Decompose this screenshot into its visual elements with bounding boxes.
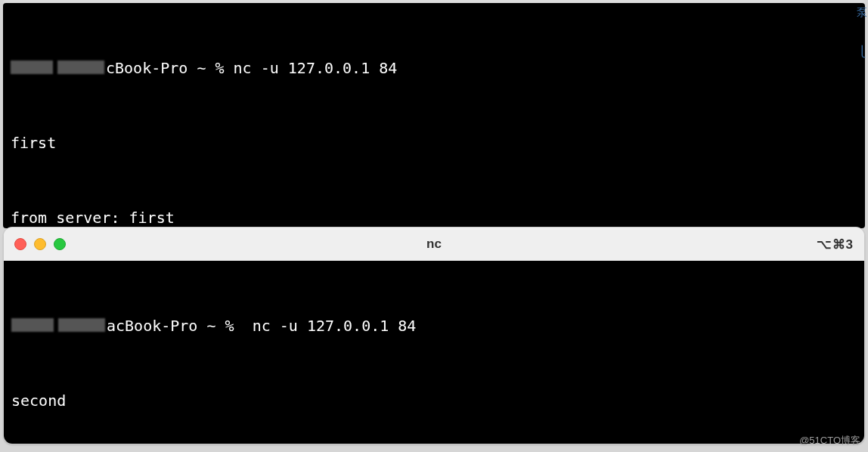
terminal-output-line: first <box>11 131 857 156</box>
terminal-output-line: second <box>11 389 857 413</box>
redacted-host <box>58 318 105 332</box>
terminal-pane-bottom[interactable]: acBook-Pro ~ % nc -u 127.0.0.1 84 second… <box>4 261 864 444</box>
watermark-text: @51CTO博客 <box>799 434 860 447</box>
window-titlebar[interactable]: nc ⌥⌘3 <box>4 228 864 262</box>
prompt-command: ~ % nc -u 127.0.0.1 84 <box>197 314 416 339</box>
close-icon[interactable] <box>14 238 26 250</box>
minimize-icon[interactable] <box>34 238 46 250</box>
redacted-host <box>57 60 104 74</box>
terminal-output-line: from server: first <box>11 206 857 228</box>
redacted-user <box>11 318 54 332</box>
prompt-line-bottom: acBook-Pro ~ % nc -u 127.0.0.1 84 <box>11 314 857 339</box>
prompt-host-suffix: cBook-Pro <box>106 56 188 81</box>
window-title: nc <box>4 237 864 252</box>
redacted-user <box>11 60 53 74</box>
terminal-pane-top[interactable]: cBook-Pro ~ % nc -u 127.0.0.1 84 first f… <box>3 3 865 228</box>
prompt-line-top: cBook-Pro ~ % nc -u 127.0.0.1 84 <box>11 56 857 81</box>
terminal-window-bottom: nc ⌥⌘3 acBook-Pro ~ % nc -u 127.0.0.1 84… <box>3 227 865 444</box>
prompt-host-suffix: acBook-Pro <box>107 314 197 339</box>
right-page-slice: 泵 ⎩ <box>856 6 868 119</box>
prompt-command: ~ % nc -u 127.0.0.1 84 <box>188 56 397 81</box>
window-traffic-lights <box>14 238 66 250</box>
decorative-glyph: 泵 <box>857 6 867 20</box>
maximize-icon[interactable] <box>54 238 66 250</box>
window-tab-shortcut: ⌥⌘3 <box>817 237 854 252</box>
decorative-glyph: ⎩ <box>858 45 866 57</box>
